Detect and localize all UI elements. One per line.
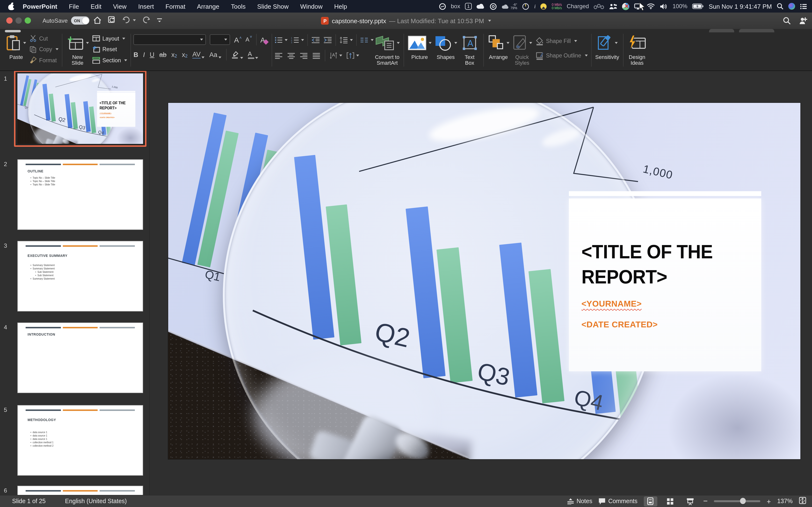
character-spacing-button[interactable]: AV xyxy=(192,51,204,58)
subscript-button[interactable]: x2 xyxy=(182,51,188,58)
menu-edit[interactable]: Edit xyxy=(85,3,107,10)
decrease-indent-button[interactable] xyxy=(311,37,320,44)
report-title-placeholder[interactable]: <TITLE OF THE REPORT> xyxy=(581,239,741,289)
thumbnail-3[interactable]: EXECUTIVE SUMMARY • Summary Statement • … xyxy=(17,241,143,312)
box-app-icon[interactable]: box xyxy=(451,3,460,10)
wifi-icon[interactable] xyxy=(647,3,655,9)
columns-button[interactable] xyxy=(360,37,373,43)
superscript-button[interactable]: x2 xyxy=(171,51,177,58)
share-presence-icon[interactable] xyxy=(799,16,807,26)
zoom-slider-knob[interactable] xyxy=(740,498,746,504)
justify-button[interactable] xyxy=(312,52,320,59)
pause-app-icon[interactable] xyxy=(490,3,497,10)
cloud-icon[interactable] xyxy=(476,3,485,9)
numbering-button[interactable]: 123 xyxy=(291,37,304,44)
title-card[interactable]: <TITLE OF THE REPORT> <YOURNAME> <DATE C… xyxy=(569,199,761,371)
paste-button[interactable]: Paste xyxy=(5,33,28,60)
menu-format[interactable]: Format xyxy=(160,3,191,10)
normal-view-button[interactable] xyxy=(644,496,657,506)
menu-insert[interactable]: Insert xyxy=(133,3,160,10)
picture-button[interactable]: Picture xyxy=(406,33,433,60)
quick-styles-button[interactable]: Quick Styles xyxy=(511,33,534,66)
author-placeholder[interactable]: <YOURNAME> xyxy=(581,299,642,309)
arrange-button[interactable]: Arrange xyxy=(486,33,511,60)
layout-button[interactable]: Layout xyxy=(92,34,128,43)
menu-window[interactable]: Window xyxy=(294,3,328,10)
menu-file[interactable]: File xyxy=(63,3,85,10)
increase-indent-button[interactable] xyxy=(323,37,332,44)
siri-icon[interactable] xyxy=(788,3,795,10)
bullets-button[interactable] xyxy=(274,37,287,44)
menu-arrange[interactable]: Arrange xyxy=(191,3,225,10)
pie-meter-icon[interactable] xyxy=(541,3,547,9)
convert-smartart-button[interactable]: Convert to SmartArt xyxy=(373,33,401,66)
menu-help[interactable]: Help xyxy=(328,3,353,10)
menu-tools[interactable]: Tools xyxy=(225,3,252,10)
author-placeholder[interactable]: <YOURNAME> xyxy=(100,112,112,114)
date-placeholder[interactable]: <DATE CREATED> xyxy=(100,117,135,119)
swirl-app-icon[interactable] xyxy=(439,3,446,10)
align-center-button[interactable] xyxy=(287,52,295,59)
thumbnail-1-photo[interactable]: Q1 Q2 Q3 Q2 Q3 xyxy=(17,73,143,144)
menu-view[interactable]: View xyxy=(107,3,133,10)
zoom-in-button[interactable]: + xyxy=(767,497,771,505)
zoom-percentage[interactable]: 137% xyxy=(777,498,793,505)
report-title-placeholder[interactable]: <TITLE OF THE REPORT> xyxy=(100,101,131,110)
thumbnail-4[interactable]: INTRODUCTION xyxy=(17,323,143,393)
change-case-button[interactable]: Aa xyxy=(209,51,221,58)
strikethrough-button[interactable]: ab xyxy=(159,51,166,58)
font-name-combobox[interactable] xyxy=(134,34,206,45)
text-direction-button[interactable]: A xyxy=(329,52,342,59)
spotlight-icon[interactable] xyxy=(777,3,783,10)
cut-button[interactable]: Cut xyxy=(30,34,58,43)
display-count-icon[interactable]: 1 xyxy=(465,3,472,10)
network-speed-item[interactable]: 0 Mb/s0 Mb/s xyxy=(552,3,562,10)
people-icon[interactable] xyxy=(609,3,617,9)
thumbnail-6[interactable] xyxy=(17,486,143,495)
bold-button[interactable]: B xyxy=(134,51,138,58)
info-icon[interactable]: i xyxy=(534,3,536,10)
shrink-font-button[interactable]: A˅ xyxy=(246,36,252,43)
clear-formatting-button[interactable]: A xyxy=(260,36,269,44)
sensitivity-button[interactable]: Sensitivity xyxy=(594,33,621,60)
fit-slide-button[interactable] xyxy=(799,497,806,506)
weather-item[interactable]: -6°79% xyxy=(502,3,517,10)
text-highlight-button[interactable] xyxy=(231,50,243,59)
shape-fill-button[interactable]: Shape Fill xyxy=(535,37,588,46)
design-ideas-button[interactable]: Design Ideas xyxy=(626,33,648,66)
volume-icon[interactable] xyxy=(660,3,668,9)
align-right-button[interactable] xyxy=(299,52,308,59)
thumbnail-2[interactable]: OUTLINE • Topic No – Slide Title • Topic… xyxy=(17,159,143,230)
thumbnail-5[interactable]: METHODOLOGY • data source 1 • data sourc… xyxy=(17,405,143,475)
notification-center-icon[interactable] xyxy=(800,3,807,9)
slideshow-view-button[interactable] xyxy=(683,496,697,506)
zoom-slider[interactable] xyxy=(714,501,761,502)
molecule-icon[interactable] xyxy=(594,3,604,9)
apple-menu-icon[interactable] xyxy=(8,2,15,10)
font-size-combobox[interactable] xyxy=(210,34,230,45)
new-slide-button[interactable]: New Slide xyxy=(65,33,90,66)
slide-counter[interactable]: Slide 1 of 25 xyxy=(12,498,46,505)
line-spacing-button[interactable] xyxy=(339,37,353,44)
reset-button[interactable]: Reset xyxy=(92,45,128,54)
font-color-button[interactable]: A xyxy=(248,50,258,59)
title-chevron-icon[interactable] xyxy=(488,20,491,22)
menu-slideshow[interactable]: Slide Show xyxy=(251,3,294,10)
format-painter-button[interactable]: Format xyxy=(30,56,58,65)
grow-font-button[interactable]: A˄ xyxy=(234,36,242,44)
search-icon[interactable] xyxy=(783,17,791,26)
zoom-out-button[interactable]: − xyxy=(703,497,708,506)
italic-button[interactable]: I xyxy=(143,51,145,58)
clock-app-icon[interactable] xyxy=(522,3,529,10)
underline-button[interactable]: U xyxy=(150,51,154,58)
comments-button[interactable]: Comments xyxy=(599,498,638,505)
shape-outline-button[interactable]: Shape Outline xyxy=(535,51,588,60)
notes-button[interactable]: Notes xyxy=(567,498,592,505)
document-title[interactable]: capstone-story.pptx xyxy=(332,17,386,24)
text-box-button[interactable]: A Text Box xyxy=(458,33,481,66)
language-indicator[interactable]: English (United States) xyxy=(65,498,127,505)
align-left-button[interactable] xyxy=(274,52,283,59)
shapes-button[interactable]: Shapes xyxy=(433,33,458,60)
antivirus-icon[interactable]: ✕ xyxy=(622,3,629,10)
menu-powerpoint[interactable]: PowerPoint xyxy=(17,3,63,10)
